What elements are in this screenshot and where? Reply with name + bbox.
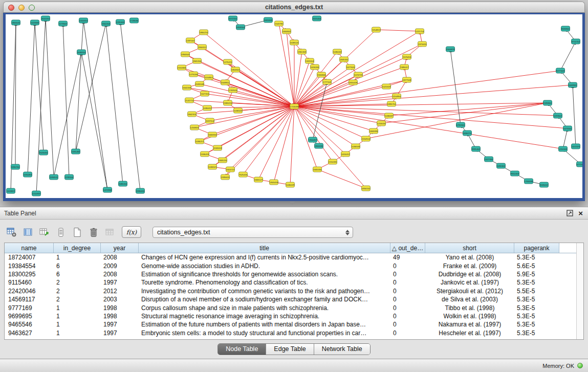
column-header[interactable]: year — [101, 243, 139, 253]
network-node[interactable]: 1036242 — [333, 49, 342, 54]
network-node[interactable]: 1590511 — [50, 174, 58, 180]
column-header[interactable]: name — [5, 243, 54, 253]
network-node[interactable]: 9245012 — [540, 182, 549, 187]
tab-node-table[interactable]: Node Table — [218, 344, 266, 355]
network-node[interactable]: 1101325 — [572, 144, 580, 149]
network-node[interactable]: 1860210 — [200, 30, 208, 35]
network-node[interactable]: 6791901 — [456, 122, 465, 127]
network-node[interactable]: 1961303 — [298, 49, 307, 54]
table-row[interactable]: 1938455462009Genome-wide association stu… — [5, 261, 583, 270]
network-node[interactable]: 1616205 — [311, 64, 319, 70]
network-canvas[interactable]: 1863041102394526411501179342220591315622… — [6, 14, 582, 198]
trash-icon[interactable] — [88, 227, 99, 238]
network-node[interactable]: 1536419 — [201, 151, 209, 157]
network-node[interactable]: 1036412 — [203, 105, 212, 111]
window-titlebar[interactable]: citations_edges.txt — [3, 2, 585, 13]
network-node[interactable]: 1673301 — [563, 126, 572, 131]
network-node[interactable]: 2383215 — [224, 100, 232, 105]
network-node[interactable]: 1642209 — [183, 85, 191, 90]
network-node[interactable]: 2141711 — [185, 98, 194, 103]
network-node[interactable]: 1845341 — [340, 57, 349, 62]
network-node[interactable]: 2245118 — [213, 145, 222, 150]
network-node[interactable]: 1777103 — [323, 79, 332, 84]
network-node[interactable]: 1903418 — [270, 180, 278, 185]
minimize-window-button[interactable] — [18, 5, 25, 11]
network-node[interactable]: 2151805 — [178, 65, 186, 70]
panel-splitter[interactable] — [0, 201, 588, 207]
network-node[interactable]: 1842313 — [188, 112, 197, 117]
new-document-icon[interactable] — [72, 227, 83, 238]
network-node[interactable]: 1936420 — [136, 188, 145, 193]
network-node[interactable]: 2210937 — [32, 191, 41, 196]
network-node[interactable]: 1863041 — [12, 20, 20, 25]
network-node[interactable]: 1105822 — [7, 188, 15, 193]
network-node[interactable]: 1664602 — [282, 29, 291, 34]
network-node[interactable]: 1125416 — [403, 54, 411, 59]
network-node[interactable]: 1877518 — [403, 77, 411, 82]
network-node[interactable]: 1036533 — [352, 144, 360, 149]
network-node[interactable]: 1193502 — [554, 113, 562, 118]
network-node[interactable]: 1935623 — [221, 174, 230, 180]
network-node[interactable]: 2210331 — [329, 159, 337, 164]
tab-edge-table[interactable]: Edge Table — [266, 344, 314, 355]
network-node[interactable]: 1134907 — [205, 75, 213, 80]
network-node[interactable]: 1555806 — [317, 72, 326, 77]
network-node[interactable]: 1816418 — [349, 80, 358, 85]
edit-column-icon[interactable] — [39, 227, 50, 238]
network-node[interactable]: 2626050 — [39, 150, 48, 155]
network-node[interactable]: 1818304 — [236, 25, 245, 30]
network-node[interactable]: 6771601 — [577, 162, 583, 167]
network-node[interactable]: 1527310 — [201, 91, 209, 96]
network-node[interactable]: 2204514 — [362, 136, 371, 141]
network-node[interactable]: 1036217 — [195, 139, 204, 144]
table-scrollbar[interactable] — [576, 243, 583, 339]
network-node[interactable]: 1036521 — [208, 164, 217, 169]
row-list-icon[interactable] — [55, 227, 67, 238]
network-node[interactable]: 1275221 — [224, 59, 232, 64]
float-panel-icon[interactable] — [567, 210, 573, 216]
network-node[interactable]: 1677620 — [346, 64, 355, 70]
network-node[interactable]: 1973415 — [418, 41, 427, 47]
network-node[interactable]: 1841204 — [193, 58, 202, 63]
table-row[interactable]: 969969511998Structural magnetic resonanc… — [5, 312, 583, 320]
network-node[interactable]: 1527390 — [485, 157, 493, 162]
table-row[interactable]: 2242004622012Investigating the contribut… — [5, 287, 583, 295]
network-node[interactable]: 9277403 — [556, 68, 565, 73]
network-node[interactable]: 1190283 — [24, 172, 32, 177]
network-node[interactable]: 1210103 — [559, 146, 568, 151]
network-node[interactable]: 1216016 — [377, 121, 386, 126]
splitter-handle-icon[interactable] — [290, 202, 295, 205]
table-row[interactable]: 946554611997Estimation of the future num… — [5, 320, 583, 329]
network-node[interactable]: 2205913 — [79, 18, 88, 23]
table-row[interactable]: 946362711997Embryonic stem cells: a mode… — [5, 329, 583, 337]
network-node[interactable]: 1845916 — [208, 132, 217, 137]
network-node[interactable]: 1724039 — [290, 104, 299, 109]
network-node[interactable]: 1844036 — [315, 143, 323, 148]
network-node[interactable]: 1845220 — [219, 158, 227, 163]
network-node[interactable]: 1956503 — [181, 52, 190, 57]
network-node[interactable]: 2615404 — [313, 16, 321, 21]
column-header[interactable]: pagerank — [514, 243, 559, 253]
network-node[interactable]: 2287041 — [186, 38, 195, 43]
table-row[interactable]: 1830029562008Estimation of significance … — [5, 270, 583, 278]
function-builder-button[interactable]: f(x) — [122, 226, 141, 238]
network-node[interactable]: 1824722 — [226, 167, 235, 172]
network-node[interactable]: 5572310 — [229, 16, 237, 21]
network-node[interactable]: 2239104 — [65, 174, 74, 180]
close-panel-icon[interactable]: × — [578, 209, 583, 217]
network-node[interactable]: 1895751 — [387, 101, 396, 106]
table-row[interactable]: 977716911998Corpus callosum shape and si… — [5, 303, 583, 312]
network-node[interactable]: 1900112 — [198, 45, 207, 50]
network-node[interactable]: 2037114 — [206, 118, 214, 123]
network-node[interactable]: 1543781 — [275, 21, 284, 26]
network-node[interactable]: 1643901 — [569, 82, 577, 87]
network-node[interactable]: 1036525 — [234, 108, 243, 113]
network-node[interactable]: 1616412 — [341, 151, 350, 157]
column-header[interactable]: △ out_de… — [390, 243, 425, 253]
network-node[interactable]: 1845330 — [313, 167, 322, 172]
table-row[interactable]: 911546021997Tourette syndrome. Phenomeno… — [5, 278, 583, 287]
network-node[interactable]: 0934152 — [362, 186, 371, 191]
network-node[interactable]: 1591482 — [72, 149, 80, 154]
network-node[interactable]: 1322014 — [306, 58, 314, 63]
network-node[interactable]: 7485017 — [400, 64, 409, 70]
